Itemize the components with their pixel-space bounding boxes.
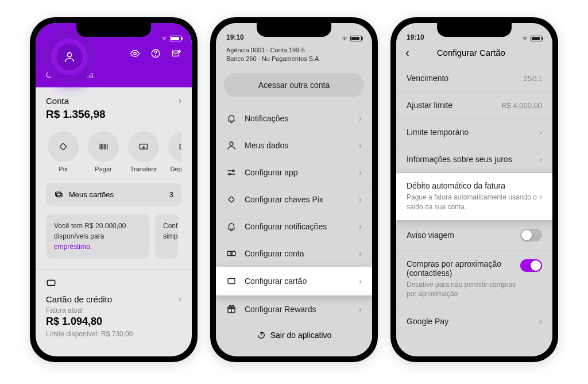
svg-rect-6	[60, 143, 67, 150]
invite-icon[interactable]	[171, 48, 181, 61]
card-icon	[226, 276, 237, 286]
svg-rect-17	[227, 251, 235, 256]
menu-configure-account[interactable]: Configurar conta ›	[216, 240, 372, 267]
svg-rect-9	[56, 192, 61, 196]
pix-icon	[226, 194, 237, 205]
chevron-right-icon: ›	[539, 155, 542, 164]
chevron-right-icon: ›	[179, 95, 181, 106]
status-icons	[160, 36, 181, 41]
svg-point-1	[164, 40, 165, 40]
account-section[interactable]: Conta › R$ 1.356,98 Pix Pagar Tran	[36, 87, 192, 269]
nav-bar: ‹ Configurar Cartão	[396, 43, 552, 65]
action-transfer[interactable]: Transferir	[126, 131, 161, 172]
cc-amount: R$ 1.094,80	[46, 316, 181, 328]
svg-point-0	[67, 53, 71, 57]
account-balance: R$ 1.356,98	[46, 108, 181, 121]
svg-point-14	[233, 170, 234, 171]
svg-rect-19	[228, 278, 235, 283]
chevron-right-icon: ›	[359, 305, 362, 314]
menu-notifications[interactable]: Notificações ›	[216, 105, 372, 132]
my-cards-count: 3	[169, 190, 173, 199]
menu-configure-rewards[interactable]: Configurar Rewards ›	[216, 295, 372, 322]
page-title: Configurar Cartão	[399, 48, 543, 57]
chevron-right-icon: ›	[359, 168, 362, 177]
menu-configure-pix[interactable]: Configurar chaves Pix ›	[216, 186, 372, 213]
action-pay[interactable]: Pagar	[86, 131, 121, 172]
cc-subtitle: Fatura atual	[46, 306, 181, 314]
svg-point-21	[525, 40, 525, 40]
chevron-right-icon: ›	[359, 141, 362, 150]
cc-title: Cartão de crédito	[46, 294, 112, 304]
row-interest-info[interactable]: Informações sobre seus juros ›	[396, 146, 552, 173]
my-cards-button[interactable]: Meus cartões 3	[46, 183, 181, 206]
gift-icon	[226, 304, 237, 314]
promo-loan[interactable]: Você tem R$ 20.000,00 disponíveis para e…	[46, 214, 149, 259]
phone-home: Olá, Gabriela Conta › R$ 1.356,98 Pix Pa…	[30, 17, 198, 362]
toggle-travel[interactable]	[520, 229, 542, 241]
notch	[257, 23, 331, 37]
svg-rect-11	[47, 281, 55, 286]
quick-actions: Pix Pagar Transferir Depositar	[46, 131, 181, 172]
action-deposit[interactable]: Depositar	[167, 131, 181, 172]
chevron-right-icon: ›	[359, 114, 362, 123]
svg-point-15	[229, 173, 231, 175]
status-time: 19:10	[407, 33, 424, 41]
row-temp-limit[interactable]: Limite temporário ›	[396, 119, 552, 146]
account-label: Conta	[46, 96, 69, 106]
promo-other[interactable]: Conf simp	[155, 214, 178, 259]
notch	[437, 23, 512, 37]
switch-account-button[interactable]: Acessar outra conta	[224, 73, 364, 97]
card-icon	[46, 278, 181, 294]
row-auto-debit[interactable]: Débito automático da fatura Pague a fatu…	[396, 173, 552, 220]
status-time: 19:10	[226, 33, 244, 41]
toggle-contactless[interactable]	[520, 259, 542, 272]
phone-card-config: 19:10 ‹ Configurar Cartão Vencimento 25/…	[390, 17, 558, 362]
bell-icon	[226, 113, 237, 124]
chevron-right-icon: ›	[179, 294, 181, 304]
account-info: Agência 0001 · Conta 199-5 Banco 260 · N…	[216, 43, 372, 70]
bell-icon	[226, 221, 237, 232]
money-icon	[226, 248, 237, 259]
sliders-icon	[226, 167, 237, 178]
status-icons	[341, 36, 362, 41]
svg-point-4	[156, 55, 156, 56]
svg-point-12	[345, 40, 345, 40]
chevron-right-icon: ›	[359, 277, 362, 286]
menu-my-data[interactable]: Meus dados ›	[216, 132, 372, 159]
row-adjust-limit[interactable]: Ajustar limite R$ 4.000,00	[396, 92, 552, 119]
chevron-right-icon: ›	[539, 192, 542, 201]
svg-point-13	[230, 142, 233, 145]
cc-limit: Limite disponível: R$ 730,00	[46, 330, 181, 338]
menu-configure-notifications[interactable]: Configurar notificações ›	[216, 213, 372, 240]
visibility-icon[interactable]	[130, 48, 140, 61]
row-contactless[interactable]: Compras por aproximação (contactless) De…	[396, 251, 552, 309]
menu-configure-card[interactable]: Configurar cartão ›	[216, 267, 372, 295]
status-icons	[521, 36, 542, 41]
chevron-right-icon: ›	[359, 222, 362, 231]
row-travel-notice[interactable]: Aviso viagem	[396, 220, 552, 251]
svg-point-2	[134, 52, 137, 55]
logout-button[interactable]: Sair do aplicativo	[216, 322, 372, 348]
chevron-right-icon: ›	[539, 317, 542, 326]
svg-rect-16	[229, 196, 235, 202]
help-icon[interactable]	[150, 48, 161, 61]
row-google-pay[interactable]: Google Pay ›	[396, 308, 552, 335]
chevron-right-icon: ›	[359, 195, 362, 204]
svg-point-18	[231, 252, 233, 254]
svg-rect-8	[180, 144, 181, 149]
row-due-date[interactable]: Vencimento 25/11	[396, 65, 552, 92]
notch	[76, 23, 151, 37]
chevron-right-icon: ›	[359, 249, 362, 258]
menu-configure-app[interactable]: Configurar app ›	[216, 159, 372, 186]
profile-button[interactable]	[42, 30, 96, 84]
action-pix[interactable]: Pix	[46, 131, 80, 172]
credit-card-section[interactable]: Cartão de crédito › Fatura atual R$ 1.09…	[36, 270, 192, 346]
person-icon	[226, 140, 237, 151]
chevron-right-icon: ›	[539, 128, 542, 137]
phone-settings: 19:10 Agência 0001 · Conta 199-5 Banco 2…	[210, 17, 378, 362]
